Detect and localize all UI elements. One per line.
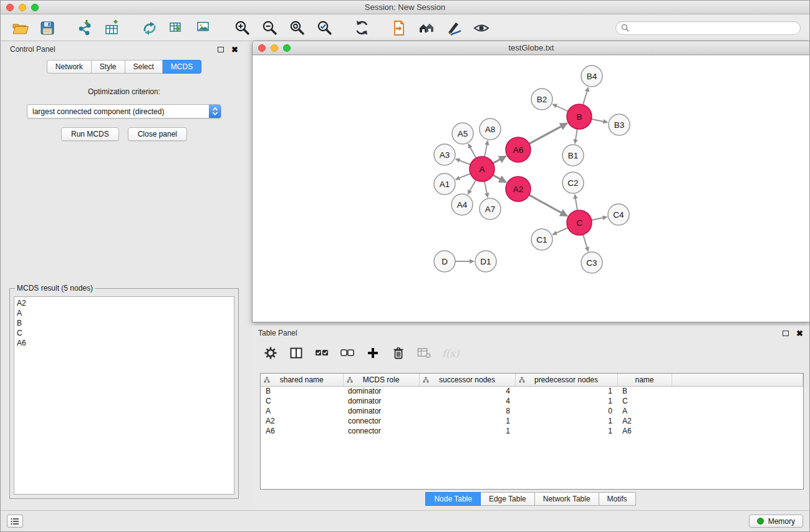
graph-node-A2[interactable]: A2	[506, 177, 531, 201]
graph-edge-C-C3[interactable]	[583, 235, 588, 251]
graph-edge-A-A6[interactable]	[493, 156, 506, 163]
network-close-button[interactable]	[258, 44, 266, 52]
graph-node-D[interactable]: D	[434, 251, 455, 272]
import-table-file-button[interactable]	[102, 18, 123, 38]
open-session-button[interactable]	[9, 18, 31, 38]
mcds-result-item[interactable]: C	[14, 328, 234, 338]
graph-node-A6[interactable]: A6	[506, 137, 531, 162]
new-table-button[interactable]	[166, 18, 188, 38]
network-window-titlebar[interactable]: testGlobe.txt	[253, 41, 810, 55]
graph-edge-A-A8[interactable]	[485, 141, 488, 157]
search-field[interactable]	[615, 21, 801, 35]
graph-node-B4[interactable]: B4	[581, 65, 602, 87]
graph-node-C3[interactable]: C3	[581, 252, 602, 273]
mcds-result-item[interactable]: A	[14, 308, 234, 318]
graph-node-C4[interactable]: C4	[608, 204, 629, 225]
table-row[interactable]: A2connector11A2	[261, 416, 803, 426]
column-header-name[interactable]: name	[617, 374, 672, 386]
minimize-window-button[interactable]	[19, 4, 26, 11]
deselect-all-button[interactable]	[340, 346, 355, 360]
tab-style[interactable]: Style	[92, 60, 125, 74]
function-builder-button[interactable]: f(x)	[442, 346, 459, 360]
tab-motifs[interactable]: Motifs	[599, 492, 636, 506]
delete-table-button[interactable]	[417, 346, 432, 360]
network-minimize-button[interactable]	[271, 44, 278, 52]
graph-edge-B-B4[interactable]	[583, 87, 589, 105]
column-header-predecessor-nodes[interactable]: predecessor nodes	[515, 374, 617, 386]
show-hide-button[interactable]	[471, 18, 492, 38]
export-image-button[interactable]	[194, 18, 215, 38]
graph-edge-A2-C[interactable]	[529, 195, 567, 216]
graph-edge-A-A5[interactable]	[468, 144, 476, 158]
tab-network[interactable]: Network	[47, 60, 92, 74]
zoom-in-button[interactable]	[231, 18, 253, 38]
column-header-shared-name[interactable]: shared name	[261, 374, 343, 386]
table-row[interactable]: A6connector11A6	[261, 426, 803, 436]
graph-node-B3[interactable]: B3	[609, 114, 630, 135]
graph-edge-A-A2[interactable]	[493, 175, 506, 183]
table-row[interactable]: Bdominator41B	[261, 386, 803, 396]
refresh-view-button[interactable]	[351, 18, 372, 38]
graph-node-C1[interactable]: C1	[531, 229, 552, 250]
network-zoom-button[interactable]	[283, 44, 291, 52]
graph-node-A8[interactable]: A8	[480, 118, 501, 140]
open-document-button[interactable]	[388, 18, 410, 38]
network-canvas[interactable]: B4B2BB3A8A5A6A3B1AA1C2A2A4A7C4CC1C3DD1	[253, 56, 810, 322]
graph-node-A[interactable]: A	[470, 157, 494, 181]
close-panel-icon[interactable]: ✖	[231, 46, 238, 54]
mcds-result-list[interactable]: A2ABCA6	[14, 296, 234, 495]
mcds-result-item[interactable]: B	[14, 318, 234, 328]
graph-node-A1[interactable]: A1	[434, 173, 455, 195]
zoom-selected-button[interactable]	[314, 18, 335, 38]
add-column-button[interactable]	[365, 346, 380, 360]
table-row[interactable]: Adominator80A	[261, 406, 803, 416]
graph-edge-C-C2[interactable]	[575, 195, 577, 210]
mcds-result-item[interactable]: A2	[14, 298, 234, 308]
float-panel-icon[interactable]	[218, 47, 224, 52]
tab-select[interactable]: Select	[125, 60, 163, 74]
show-columns-button[interactable]	[289, 346, 304, 360]
graph-node-B[interactable]: B	[567, 104, 592, 129]
graph-node-A7[interactable]: A7	[480, 198, 501, 220]
home-button[interactable]	[416, 18, 437, 38]
graph-edge-B-B2[interactable]	[552, 104, 568, 112]
criterion-select[interactable]: largest connected component (directed)	[27, 104, 221, 118]
tab-node-table[interactable]: Node Table	[425, 492, 481, 506]
graph-node-B2[interactable]: B2	[531, 89, 552, 110]
memory-button[interactable]: Memory	[749, 515, 803, 528]
save-session-button[interactable]	[37, 18, 58, 38]
close-window-button[interactable]	[6, 4, 14, 11]
graph-node-C2[interactable]: C2	[562, 172, 584, 193]
table-row[interactable]: Cdominator41C	[261, 396, 803, 406]
graph-node-D1[interactable]: D1	[475, 251, 496, 272]
tab-mcds[interactable]: MCDS	[163, 60, 201, 74]
run-mcds-button[interactable]: Run MCDS	[61, 127, 119, 141]
search-input[interactable]	[632, 24, 795, 32]
graph-edge-A-A7[interactable]	[485, 181, 488, 198]
graph-node-C[interactable]: C	[567, 210, 592, 235]
zoom-window-button[interactable]	[31, 4, 39, 11]
zoom-out-button[interactable]	[259, 18, 280, 38]
graph-node-A5[interactable]: A5	[452, 123, 473, 144]
graph-edge-C-C1[interactable]	[552, 228, 568, 235]
new-network-button[interactable]	[139, 18, 160, 38]
select-all-button[interactable]	[314, 346, 329, 360]
column-header-mcds-role[interactable]: MCDS role	[343, 374, 419, 386]
close-panel-button[interactable]: Close panel	[128, 127, 187, 141]
graph-edge-B-B3[interactable]	[592, 119, 608, 122]
apply-style-button[interactable]	[443, 18, 465, 38]
table-settings-button[interactable]	[263, 346, 278, 360]
column-header-successor-nodes[interactable]: successor nodes	[419, 374, 515, 386]
delete-column-button[interactable]	[391, 346, 406, 360]
graph-edge-C-C4[interactable]	[592, 217, 607, 220]
import-network-file-button[interactable]	[74, 18, 95, 38]
graph-edge-A-A1[interactable]	[456, 173, 471, 180]
close-table-panel-icon[interactable]: ✖	[796, 329, 803, 337]
graph-edge-A6-B[interactable]	[529, 123, 567, 144]
graph-edge-B-B1[interactable]	[575, 129, 577, 144]
graph-edge-A-A3[interactable]	[456, 159, 471, 165]
task-history-button[interactable]	[7, 515, 23, 528]
graph-node-B1[interactable]: B1	[562, 145, 584, 166]
zoom-fit-button[interactable]	[286, 18, 307, 38]
graph-edge-A-A4[interactable]	[468, 180, 476, 194]
